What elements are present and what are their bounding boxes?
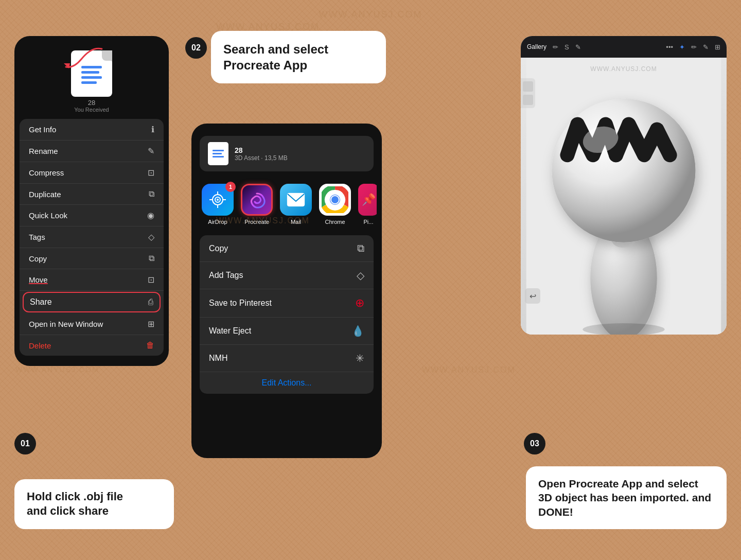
menu-label-openwindow: Open in New Window bbox=[29, 320, 103, 328]
procreate-toolbar: Gallery ✏ S ✎ ••• ✦ ✏ ✎ ⊞ bbox=[521, 36, 727, 58]
menu-item-move[interactable]: Move ⊡ bbox=[20, 269, 164, 291]
delete-icon: 🗑 bbox=[146, 341, 154, 350]
menu-item-share-wrapper: Share ⎙ bbox=[20, 291, 164, 313]
file-subtitle-panel1: You Received bbox=[20, 107, 164, 113]
airdrop-icon-btn[interactable]: 1 bbox=[202, 184, 234, 216]
action-pinterest[interactable]: Save to Pinterest ⊕ bbox=[200, 289, 374, 318]
file-name-panel1: 28 bbox=[20, 99, 164, 107]
mini-file-lines bbox=[213, 150, 224, 157]
airdrop-badge: 1 bbox=[225, 182, 236, 192]
step3-badge-label: 03 bbox=[530, 439, 539, 448]
copy-action-icon: ⧉ bbox=[357, 242, 364, 254]
action-copy[interactable]: Copy ⧉ bbox=[200, 235, 374, 262]
share-icon: ⎙ bbox=[148, 297, 153, 307]
app-item-chrome[interactable]: Chrome bbox=[319, 184, 351, 225]
partial-icon-btn[interactable]: 📌 bbox=[358, 184, 377, 216]
airdrop-label: AirDrop bbox=[208, 219, 227, 225]
watermark-bottom-left: WWW.ANYUSJ.COM bbox=[15, 365, 99, 374]
menu-label-copy: Copy bbox=[29, 254, 47, 263]
watermark-top: www.anyusj.com bbox=[319, 9, 422, 20]
quicklook-icon: ◉ bbox=[147, 211, 154, 220]
side-tool-1[interactable] bbox=[523, 81, 533, 92]
share-sheet-device: 28 3D Asset · 13,5 MB 1 bbox=[191, 124, 382, 458]
menu-item-copy[interactable]: Copy ⧉ bbox=[20, 248, 164, 269]
share-action-list: Copy ⧉ Add Tags ◇ Save to Pinterest ⊕ Wa… bbox=[200, 235, 374, 394]
app-icons-row: 1 AirDrop bbox=[197, 176, 377, 233]
menu-item-tags[interactable]: Tags ◇ bbox=[20, 226, 164, 248]
context-menu: Get Info ℹ Rename ✎ Compress ⊡ Duplicate… bbox=[20, 119, 164, 356]
edit-actions[interactable]: Edit Actions... bbox=[200, 372, 374, 394]
toolbar-pencil2[interactable]: ✏ bbox=[691, 43, 697, 51]
move-icon: ⊡ bbox=[148, 275, 154, 285]
step1-bubble: Hold click .obj fileand click share bbox=[14, 479, 174, 529]
svg-point-12 bbox=[331, 196, 339, 203]
pinterest-icon: ⊕ bbox=[355, 296, 364, 310]
svg-point-7 bbox=[217, 199, 219, 201]
toolbar-gallery[interactable]: Gallery bbox=[527, 43, 546, 50]
action-watereject-label: Water Eject bbox=[209, 326, 251, 336]
side-tools-panel bbox=[521, 78, 535, 108]
toolbar-pencil3[interactable]: ✎ bbox=[703, 43, 709, 51]
menu-item-quicklook[interactable]: Quick Look ◉ bbox=[20, 205, 164, 226]
file-info: 28 3D Asset · 13,5 MB bbox=[235, 146, 288, 162]
undo-button[interactable]: ↩ bbox=[525, 288, 540, 304]
mini-file-icon bbox=[208, 142, 228, 165]
action-addtags[interactable]: Add Tags ◇ bbox=[200, 262, 374, 289]
step2-badge: 02 bbox=[185, 37, 207, 59]
mail-icon-btn[interactable] bbox=[280, 184, 312, 216]
app-item-partial[interactable]: 📌 Pi... bbox=[358, 184, 377, 225]
menu-item-rename[interactable]: Rename ✎ bbox=[20, 141, 164, 162]
file-preview-row: 28 3D Asset · 13,5 MB bbox=[200, 136, 374, 171]
menu-label-move: Move bbox=[29, 275, 48, 284]
menu-item-duplicate[interactable]: Duplicate ⧉ bbox=[20, 184, 164, 205]
menu-item-getinfo[interactable]: Get Info ℹ bbox=[20, 119, 164, 141]
menu-label-delete: Delete bbox=[29, 341, 51, 350]
toolbar-erase[interactable]: ✎ bbox=[575, 43, 581, 51]
watereject-icon: 💧 bbox=[351, 325, 364, 337]
ios-device-panel1: 28 You Received Get Info ℹ Rename ✎ Comp… bbox=[14, 36, 169, 366]
action-copy-label: Copy bbox=[209, 244, 228, 253]
copy-icon: ⧉ bbox=[149, 254, 154, 263]
panel2-container: 28 3D Asset · 13,5 MB 1 bbox=[191, 124, 382, 458]
edit-actions-label: Edit Actions... bbox=[262, 378, 312, 387]
step3-badge: 03 bbox=[524, 433, 545, 454]
side-tool-2[interactable] bbox=[523, 95, 533, 105]
menu-item-compress[interactable]: Compress ⊡ bbox=[20, 162, 164, 184]
toolbar-smudge[interactable]: S bbox=[564, 43, 569, 51]
step1-badge: 01 bbox=[14, 433, 36, 454]
menu-label-share: Share bbox=[30, 297, 52, 307]
toolbar-blue1[interactable]: ✦ bbox=[679, 43, 685, 51]
rename-icon: ✎ bbox=[148, 146, 154, 156]
step2-bubble-text: Search and selectProcreate App bbox=[223, 41, 374, 73]
chrome-icon-btn[interactable] bbox=[319, 184, 351, 216]
step3-bubble-text: Open Procreate App and select 3D object … bbox=[538, 477, 714, 519]
procreate-canvas: WWW.ANYUSJ.COM ↩ bbox=[521, 58, 727, 335]
panel1-container: 28 You Received Get Info ℹ Rename ✎ Comp… bbox=[14, 36, 169, 366]
compress-icon: ⊡ bbox=[148, 168, 154, 178]
mail-label: Mail bbox=[291, 219, 301, 225]
menu-label-rename: Rename bbox=[29, 147, 58, 155]
procreate-label: Procreate bbox=[244, 219, 269, 225]
svg-rect-8 bbox=[287, 193, 305, 206]
toolbar-layers[interactable]: ⊞ bbox=[715, 43, 720, 51]
app-item-mail[interactable]: Mail bbox=[280, 184, 312, 225]
procreate-device: Gallery ✏ S ✎ ••• ✦ ✏ ✎ ⊞ bbox=[521, 36, 727, 335]
menu-label-duplicate: Duplicate bbox=[29, 190, 61, 199]
step2-badge-label: 02 bbox=[191, 43, 201, 52]
menu-item-share[interactable]: Share ⎙ bbox=[23, 292, 161, 312]
menu-label-getinfo: Get Info bbox=[29, 125, 56, 134]
app-item-airdrop[interactable]: 1 AirDrop bbox=[202, 184, 234, 225]
menu-label-tags: Tags bbox=[29, 233, 45, 241]
app-item-procreate[interactable]: Procreate bbox=[241, 184, 273, 225]
procreate-icon-btn[interactable] bbox=[241, 184, 273, 216]
step1-badge-label: 01 bbox=[21, 439, 30, 448]
action-pinterest-label: Save to Pinterest bbox=[209, 299, 272, 308]
toolbar-pencil1[interactable]: ✏ bbox=[553, 43, 558, 51]
menu-item-delete[interactable]: Delete 🗑 bbox=[20, 335, 164, 356]
file-info-meta: 3D Asset · 13,5 MB bbox=[235, 154, 288, 162]
action-nmh[interactable]: NMH ✳ bbox=[200, 345, 374, 372]
toolbar-more[interactable]: ••• bbox=[666, 43, 673, 51]
menu-item-openwindow[interactable]: Open in New Window ⊞ bbox=[20, 313, 164, 335]
openwindow-icon: ⊞ bbox=[148, 319, 154, 329]
action-watereject[interactable]: Water Eject 💧 bbox=[200, 318, 374, 345]
